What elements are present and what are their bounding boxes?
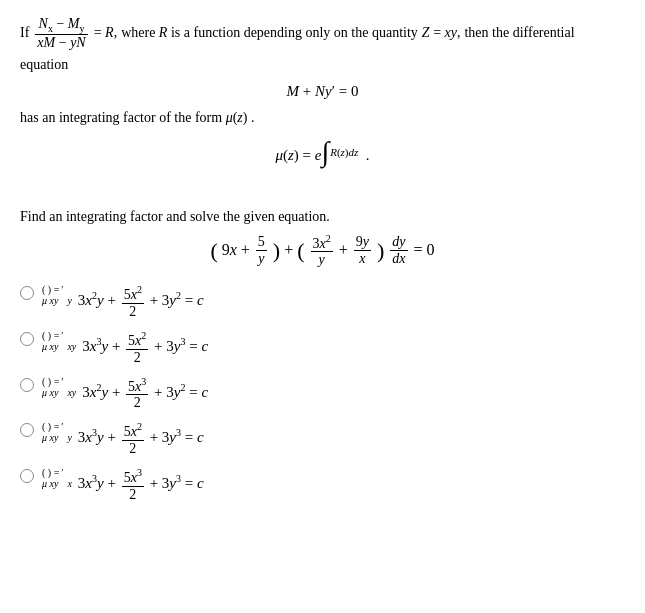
find-integrating-text: Find an integrating factor and solve the… xyxy=(20,209,625,225)
equals-R: = R, xyxy=(94,25,117,41)
radio-1[interactable] xyxy=(20,286,34,300)
mu-annot-4: ( ) = ′ μ xy y xyxy=(42,421,72,443)
intro-line: If Nx − My xM − yN = R, where R is a fun… xyxy=(20,16,625,51)
option-3-expr: 3x2y + 5x3 2 + 3y2 = c xyxy=(82,376,208,412)
option-1-content: ( ) = ′ μ xy y 3x2y + 5x2 2 + 3y2 = c xyxy=(42,284,204,320)
option-5-expr: 3x3y + 5x3 2 + 3y3 = c xyxy=(78,467,204,503)
option-3-content: ( ) = ′ μ xy xy 3x2y + 5x3 2 + 3y2 = c xyxy=(42,376,208,412)
option-4[interactable]: ( ) = ′ μ xy y 3x3y + 5x2 2 + 3y3 = c xyxy=(20,421,625,457)
option-3[interactable]: ( ) = ′ μ xy xy 3x2y + 5x3 2 + 3y2 = c xyxy=(20,376,625,412)
option-1-expr: 3x2y + 5x2 2 + 3y2 = c xyxy=(78,284,204,320)
z-eq: Z = xy, xyxy=(422,25,461,41)
big-equation: ( 9x + 5 y ) + ( 3x2 y + 9y x ) dy dx = … xyxy=(20,233,625,269)
if-text: If xyxy=(20,25,29,41)
where-text: where R is a function depending only on … xyxy=(121,25,418,41)
option-2[interactable]: ( ) = ′ μ xy xy 3x3y + 5x2 2 + 3y3 = c xyxy=(20,330,625,366)
option-1[interactable]: ( ) = ′ μ xy y 3x2y + 5x2 2 + 3y2 = c xyxy=(20,284,625,320)
option-5[interactable]: ( ) = ′ μ xy x 3x3y + 5x3 2 + 3y3 = c xyxy=(20,467,625,503)
option-2-expr: 3x3y + 5x2 2 + 3y3 = c xyxy=(82,330,208,366)
option-4-content: ( ) = ′ μ xy y 3x3y + 5x2 2 + 3y3 = c xyxy=(42,421,204,457)
radio-2[interactable] xyxy=(20,332,34,346)
option-5-content: ( ) = ′ μ xy x 3x3y + 5x3 2 + 3y3 = c xyxy=(42,467,204,503)
centered-equation: M + Ny′ = 0 xyxy=(20,83,625,100)
mu-equation: μ(z) = e∫R(z)dz . xyxy=(20,138,625,166)
radio-5[interactable] xyxy=(20,469,34,483)
fraction-denominator: xM − yN xyxy=(35,35,87,51)
equation-label: equation xyxy=(20,57,625,73)
mu-annot-2: ( ) = ′ μ xy xy xyxy=(42,330,76,352)
integral-symbol: ∫R(z)dz xyxy=(321,138,358,166)
fraction-numerator: Nx − My xyxy=(37,16,87,34)
option-4-expr: 3x3y + 5x2 2 + 3y3 = c xyxy=(78,421,204,457)
integrating-description: has an integrating factor of the form μ(… xyxy=(20,110,625,126)
options-list: ( ) = ′ μ xy y 3x2y + 5x2 2 + 3y2 = c ( … xyxy=(20,284,625,502)
mu-annot-1: ( ) = ′ μ xy y xyxy=(42,284,72,306)
option-2-content: ( ) = ′ μ xy xy 3x3y + 5x2 2 + 3y3 = c xyxy=(42,330,208,366)
mu-annot-3: ( ) = ′ μ xy xy xyxy=(42,376,76,398)
main-fraction: Nx − My xM − yN xyxy=(35,16,87,51)
radio-3[interactable] xyxy=(20,378,34,392)
mu-annot-5: ( ) = ′ μ xy x xyxy=(42,467,72,489)
then-text: then the differential xyxy=(464,25,574,41)
radio-4[interactable] xyxy=(20,423,34,437)
